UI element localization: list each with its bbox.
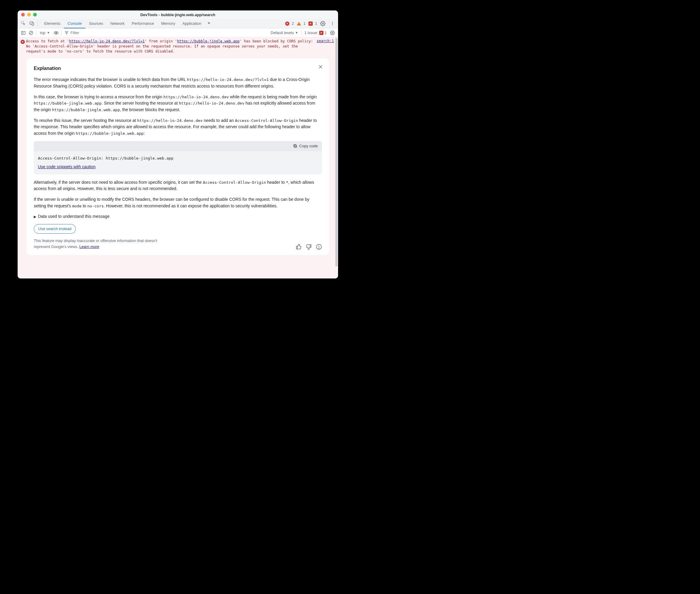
thumbs-up-icon[interactable] bbox=[295, 244, 302, 250]
report-icon[interactable] bbox=[316, 244, 322, 250]
divider bbox=[61, 31, 62, 35]
svg-point-12 bbox=[56, 32, 57, 33]
minimize-window[interactable] bbox=[27, 13, 31, 16]
explanation-p2: In this case, the browser is trying to a… bbox=[34, 94, 322, 113]
device-toolbar-icon[interactable] bbox=[28, 20, 36, 28]
error-count: 2 bbox=[292, 21, 294, 26]
svg-rect-2 bbox=[32, 23, 34, 25]
svg-point-20 bbox=[319, 248, 319, 249]
console-body: ✕ Access to fetch at 'https://hello-io-2… bbox=[18, 37, 338, 278]
tab-sources[interactable]: Sources bbox=[85, 19, 107, 28]
error-message: Access to fetch at 'https://hello-io-24.… bbox=[26, 39, 313, 54]
svg-point-13 bbox=[332, 32, 333, 33]
maximize-window[interactable] bbox=[33, 13, 37, 16]
svg-line-10 bbox=[30, 32, 32, 34]
use-search-button[interactable]: Use search instead bbox=[34, 224, 76, 234]
error-url2[interactable]: https://bubble-jingle.web.app bbox=[177, 39, 240, 43]
disclosure-label: Data used to understand this message bbox=[38, 213, 110, 220]
issues-indicator[interactable]: 1 Issue: ✕ 1 bbox=[303, 31, 328, 35]
explanation-footer: This feature may display inaccurate or o… bbox=[34, 238, 322, 250]
issues-count: 1 bbox=[325, 31, 327, 35]
traffic-lights bbox=[21, 13, 37, 16]
learn-more-link[interactable]: Learn more bbox=[79, 244, 99, 249]
tab-memory[interactable]: Memory bbox=[158, 19, 179, 28]
divider bbox=[36, 31, 36, 35]
chevron-down-icon: ▼ bbox=[295, 31, 298, 34]
kebab-menu-icon[interactable] bbox=[328, 20, 336, 28]
svg-point-6 bbox=[332, 25, 333, 25]
close-icon[interactable] bbox=[318, 64, 323, 69]
titlebar: DevTools - bubble-jingle.web.app/search bbox=[18, 10, 338, 19]
error-source-link[interactable]: search:1 bbox=[313, 39, 334, 43]
levels-label: Default levels bbox=[271, 31, 294, 35]
devtools-window: DevTools - bubble-jingle.web.app/search … bbox=[18, 10, 338, 278]
filter-input[interactable] bbox=[70, 31, 148, 35]
tab-console[interactable]: Console bbox=[64, 19, 85, 28]
data-disclosure[interactable]: ▶ Data used to understand this message bbox=[34, 213, 322, 220]
issue-badge-icon: ✕ bbox=[319, 31, 323, 35]
explanation-p4: Alternatively, if the server does not ne… bbox=[34, 179, 322, 192]
context-label: top bbox=[40, 31, 45, 35]
warning-badge-icon bbox=[297, 22, 301, 25]
error-url1[interactable]: https://hello-io-24.deno.dev/?lvl=1 bbox=[69, 39, 145, 43]
explanation-panel: Explanation The error message indicates … bbox=[27, 58, 329, 255]
tab-application[interactable]: Application bbox=[179, 19, 205, 28]
error-icon: ✕ bbox=[21, 40, 25, 44]
log-levels-selector[interactable]: Default levels ▼ bbox=[269, 31, 300, 35]
ext-error-count: 1 bbox=[315, 21, 317, 26]
ext-error-badge-icon: ✕ bbox=[309, 22, 313, 26]
svg-rect-17 bbox=[293, 144, 296, 147]
caution-link[interactable]: Use code snippets with caution bbox=[34, 164, 100, 174]
settings-icon[interactable] bbox=[319, 20, 327, 28]
console-toolbar: top ▼ Default levels ▼ 1 Issue: ✕ 1 bbox=[18, 28, 338, 37]
explanation-p3: To resolve this issue, the server hostin… bbox=[34, 118, 322, 137]
copy-icon bbox=[293, 144, 298, 148]
filter-field[interactable] bbox=[63, 31, 150, 35]
close-window[interactable] bbox=[21, 13, 25, 16]
live-expression-icon[interactable] bbox=[52, 29, 60, 37]
filter-icon bbox=[65, 31, 69, 35]
svg-rect-16 bbox=[294, 145, 297, 147]
explanation-title: Explanation bbox=[34, 65, 322, 72]
divider bbox=[37, 21, 38, 26]
explanation-p5: If the server is unable or unwilling to … bbox=[34, 196, 322, 209]
main-tabs-bar: Elements Console Sources Network Perform… bbox=[18, 19, 338, 28]
error-badge-icon: ✕ bbox=[285, 22, 289, 26]
warning-count: 1 bbox=[304, 21, 306, 26]
window-title: DevTools - bubble-jingle.web.app/search bbox=[18, 12, 338, 17]
code-content: Access-Control-Allow-Origin: https://bub… bbox=[34, 151, 322, 164]
triangle-right-icon: ▶ bbox=[34, 214, 36, 219]
explanation-p1: The error message indicates that the bro… bbox=[34, 76, 322, 89]
panel-tabs: Elements Console Sources Network Perform… bbox=[41, 19, 213, 28]
chevron-down-icon: ▼ bbox=[47, 31, 50, 34]
context-selector[interactable]: top ▼ bbox=[38, 31, 52, 35]
more-tabs-icon[interactable]: » bbox=[205, 19, 213, 27]
console-error-row[interactable]: ✕ Access to fetch at 'https://hello-io-2… bbox=[18, 37, 338, 55]
tab-elements[interactable]: Elements bbox=[41, 19, 64, 28]
tab-performance[interactable]: Performance bbox=[128, 19, 158, 28]
svg-point-4 bbox=[332, 22, 333, 23]
scrollbar[interactable] bbox=[336, 38, 338, 266]
clear-console-icon[interactable] bbox=[27, 29, 35, 37]
copy-code-label: Copy code bbox=[299, 143, 318, 149]
divider bbox=[301, 31, 301, 35]
svg-point-5 bbox=[332, 23, 333, 24]
code-block: Copy code Access-Control-Allow-Origin: h… bbox=[34, 141, 322, 174]
thumbs-down-icon[interactable] bbox=[306, 244, 312, 250]
issues-label: 1 Issue: bbox=[304, 31, 318, 35]
toggle-sidebar-icon[interactable] bbox=[20, 29, 27, 37]
svg-point-3 bbox=[322, 23, 324, 24]
copy-code-button[interactable]: Copy code bbox=[34, 141, 322, 151]
tab-network[interactable]: Network bbox=[107, 19, 129, 28]
console-settings-icon[interactable] bbox=[328, 29, 336, 37]
inspect-element-icon[interactable] bbox=[20, 20, 27, 28]
status-badges[interactable]: ✕ 2 1 ✕ 1 bbox=[285, 21, 317, 26]
disclaimer-text: This feature may display inaccurate or o… bbox=[34, 238, 165, 250]
